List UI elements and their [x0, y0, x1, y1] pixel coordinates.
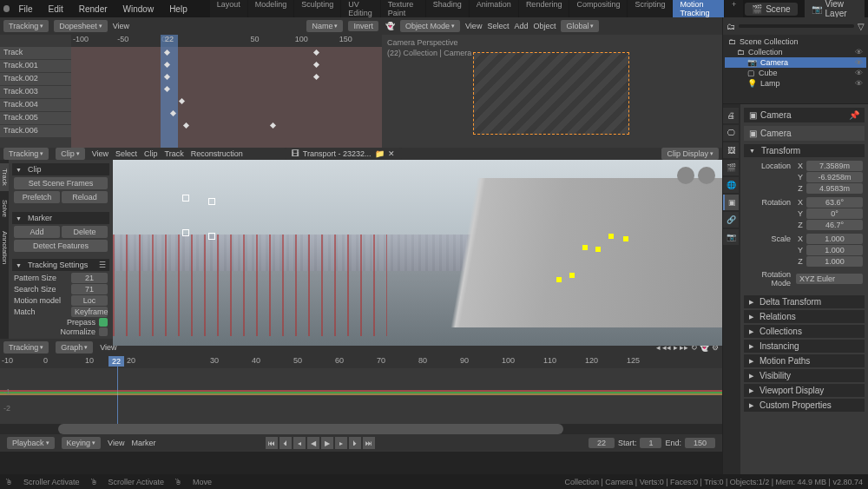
side-tab-track[interactable]: Track — [0, 163, 10, 191]
outliner-collection[interactable]: 🗀Collection👁 — [725, 47, 866, 57]
delta-transform-panel[interactable]: ▶Delta Transform — [744, 295, 865, 308]
proptab-data[interactable]: 📷 — [723, 229, 739, 245]
frame-fwd-button[interactable]: ▸ — [335, 437, 347, 449]
menu-help[interactable]: Help — [162, 3, 194, 16]
clip-track[interactable]: Track — [165, 149, 184, 158]
custom-props-panel[interactable]: ▶Custom Properties — [744, 399, 865, 412]
menu-render[interactable]: Render — [72, 3, 115, 16]
loc-z-field[interactable]: 4.9583m — [806, 183, 863, 194]
clip-view[interactable]: View — [92, 149, 108, 158]
keyframe-back-button[interactable]: ⏴ — [279, 437, 292, 449]
track-row[interactable]: Track.002 — [0, 73, 71, 85]
track-row[interactable]: Track.005 — [0, 112, 71, 124]
track-marker[interactable] — [608, 234, 614, 239]
outliner-cube[interactable]: ▢Cube👁 — [725, 68, 866, 78]
track-row[interactable]: Track.003 — [0, 86, 71, 98]
menu-file[interactable]: File — [11, 3, 39, 16]
object-name-field[interactable]: ▣ Camera — [744, 126, 865, 141]
track-marker[interactable] — [182, 195, 189, 202]
track-row[interactable]: Track.001 — [0, 60, 71, 72]
match-field[interactable]: Keyframe — [71, 307, 108, 317]
track-marker[interactable] — [556, 277, 562, 282]
outliner-scene-collection[interactable]: 🗀Scene Collection — [725, 36, 866, 47]
visible-icon[interactable]: 👁 — [855, 79, 863, 88]
side-tab-solve[interactable]: Solve — [0, 195, 10, 222]
play-reverse-button[interactable]: ◀ — [307, 437, 319, 449]
end-frame-field[interactable]: 150 — [685, 438, 715, 448]
rot-y-field[interactable]: 0° — [806, 208, 863, 219]
proptab-render[interactable]: 🖨 — [723, 108, 739, 123]
scale-z-field[interactable]: 1.000 — [806, 256, 863, 267]
keyframe-icon[interactable] — [313, 50, 319, 56]
play-button[interactable]: ▶ — [321, 437, 333, 449]
detect-features-button[interactable]: Detect Features — [14, 240, 108, 252]
transform-head[interactable]: ▼Transform — [744, 144, 865, 157]
scale-y-field[interactable]: 1.000 — [806, 245, 863, 255]
side-tab-annotation[interactable]: Annotation — [0, 226, 10, 269]
menu-window[interactable]: Window — [116, 3, 161, 16]
motion-model-field[interactable]: Loc — [71, 295, 108, 306]
loc-y-field[interactable]: -6.9258m — [806, 172, 863, 182]
outliner-search[interactable] — [739, 24, 854, 28]
clip-recon[interactable]: Reconstruction — [191, 149, 243, 158]
marker-add-button[interactable]: Add — [14, 226, 60, 238]
track-row[interactable]: Track.004 — [0, 99, 71, 111]
add-menu[interactable]: Add — [514, 22, 528, 30]
menu-edit[interactable]: Edit — [42, 3, 70, 16]
clip-select[interactable]: Select — [115, 149, 137, 158]
set-scene-frames-button[interactable]: Set Scene Frames — [14, 177, 108, 189]
name-sort[interactable]: Name▾ — [306, 20, 343, 32]
tracking-settings-head[interactable]: ▼Tracking Settings☰ — [12, 259, 109, 271]
graph-scrollbar[interactable] — [0, 424, 722, 434]
outliner-type-icon[interactable]: 🗂 — [727, 22, 735, 31]
nav-pan-icon[interactable] — [677, 167, 694, 184]
track-marker[interactable] — [623, 236, 628, 241]
clip-mode[interactable]: Clip▾ — [56, 148, 85, 160]
clip-file-selector[interactable]: 🎞 Transport - 23232... 📁 ✕ — [285, 148, 402, 160]
dopesheet-view[interactable]: View — [113, 22, 129, 30]
pin-icon[interactable]: 📌 — [849, 110, 859, 120]
motion-paths-panel[interactable]: ▶Motion Paths — [744, 354, 865, 367]
camera-frame[interactable] — [473, 52, 629, 135]
outliner-camera[interactable]: 📷Camera👁 — [725, 57, 866, 68]
orient-global[interactable]: Global▾ — [561, 20, 599, 32]
outliner-lamp[interactable]: 💡Lamp👁 — [725, 78, 866, 89]
collections-panel[interactable]: ▶Collections — [744, 325, 865, 338]
keying-dropdown[interactable]: Keying▾ — [62, 437, 102, 449]
jump-start-button[interactable]: ⏮ — [266, 437, 278, 449]
scroll-thumb[interactable] — [58, 424, 563, 434]
track-marker[interactable] — [595, 247, 601, 252]
rotation-mode-field[interactable]: XYZ Euler — [796, 274, 863, 284]
keyframe-icon[interactable] — [313, 62, 319, 68]
relations-panel[interactable]: ▶Relations — [744, 310, 865, 323]
tracking-type[interactable]: Tracking▾ — [3, 20, 49, 32]
start-frame-field[interactable]: 1 — [640, 438, 661, 448]
clip-display-dropdown[interactable]: Clip Display▾ — [661, 148, 719, 160]
track-row[interactable]: Track.006 — [0, 125, 71, 137]
track-marker[interactable] — [208, 198, 215, 205]
visible-icon[interactable]: 👁 — [855, 48, 863, 56]
pattern-size-field[interactable]: 21 — [71, 273, 108, 283]
current-frame-field[interactable]: 22 — [589, 438, 615, 448]
invert-button[interactable]: Invert — [348, 21, 378, 31]
proptab-object[interactable]: ▣ — [723, 195, 739, 210]
graph-mode[interactable]: Graph▾ — [56, 341, 93, 354]
folder-icon[interactable]: 📁 — [375, 149, 385, 158]
keyframe-icon[interactable] — [313, 74, 319, 80]
track-marker[interactable] — [208, 233, 215, 240]
marker-delete-button[interactable]: Delete — [62, 226, 108, 238]
normalize-checkbox[interactable] — [99, 327, 108, 336]
clip-viewport[interactable] — [113, 160, 722, 346]
scale-x-field[interactable]: 1.000 — [806, 234, 863, 244]
clip-tracking-type[interactable]: Tracking▾ — [3, 148, 49, 160]
filter-icon[interactable]: ▽ — [858, 22, 865, 31]
frame-back-button[interactable]: ◂ — [293, 437, 306, 449]
reload-button[interactable]: Reload — [62, 191, 108, 203]
dopesheet-grid[interactable]: -100-50050100150 22 — [71, 35, 382, 148]
rot-z-field[interactable]: 46.7° — [806, 220, 863, 230]
marker-panel-head[interactable]: ▼Marker — [12, 212, 109, 224]
view-menu[interactable]: View — [465, 22, 482, 30]
playback-dropdown[interactable]: Playback▾ — [7, 437, 55, 449]
close-icon[interactable]: ✕ — [388, 149, 395, 158]
timeline-marker[interactable]: Marker — [131, 439, 155, 447]
